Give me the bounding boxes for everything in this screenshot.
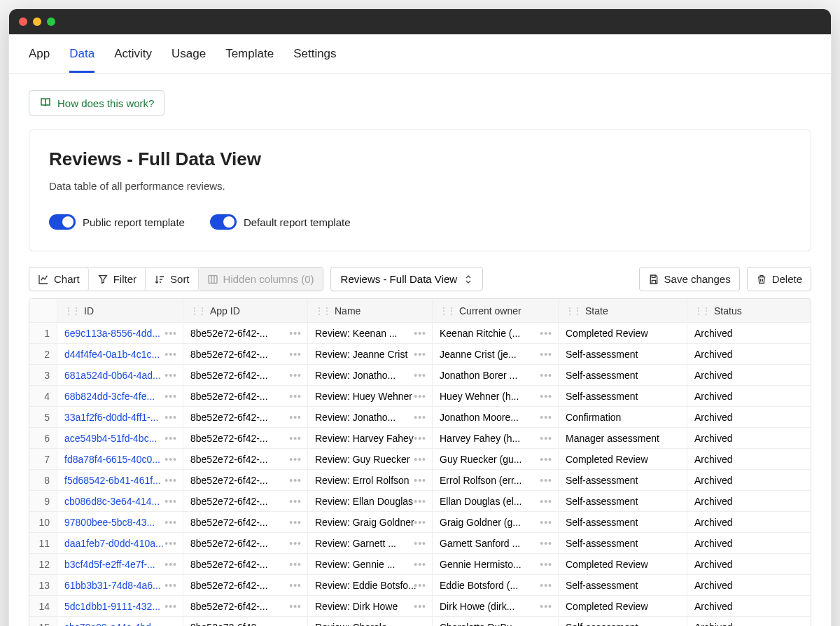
table-row[interactable]: 1361bb3b31-74d8-4a6...•••8be52e72-6f42-.… <box>29 575 811 596</box>
cell-menu-icon[interactable]: ••• <box>540 454 552 465</box>
name-cell[interactable]: Review: Keenan ...••• <box>308 323 433 343</box>
cell-menu-icon[interactable]: ••• <box>164 559 177 570</box>
table-row[interactable]: 12b3cf4d5f-e2ff-4e7f-...•••8be52e72-6f42… <box>29 554 811 575</box>
tab-usage[interactable]: Usage <box>172 47 206 73</box>
cell-menu-icon[interactable]: ••• <box>289 496 302 507</box>
cell-menu-icon[interactable]: ••• <box>289 475 302 486</box>
sort-button[interactable]: Sort <box>146 267 199 291</box>
owner-cell[interactable]: Jeanne Crist (je...••• <box>433 344 559 364</box>
cell-menu-icon[interactable]: ••• <box>414 328 426 339</box>
cell-menu-icon[interactable]: ••• <box>540 622 552 626</box>
drag-handle-icon[interactable]: ⋮⋮ <box>315 306 330 316</box>
cell-menu-icon[interactable]: ••• <box>289 349 302 360</box>
id-cell[interactable]: 5dc1dbb1-9111-432...••• <box>57 596 183 616</box>
cell-menu-icon[interactable]: ••• <box>289 622 302 626</box>
id-cell[interactable]: cbc70e99-e44c-4bd...••• <box>57 617 183 626</box>
appid-cell[interactable]: 8be52e72-6f42-...••• <box>183 596 308 616</box>
minimize-window-button[interactable] <box>33 18 41 26</box>
maximize-window-button[interactable] <box>47 18 55 26</box>
cell-menu-icon[interactable]: ••• <box>164 412 177 423</box>
cell-menu-icon[interactable]: ••• <box>414 496 426 507</box>
name-cell[interactable]: Review: Dirk Howe••• <box>308 596 433 616</box>
column-header[interactable]: ⋮⋮State <box>559 299 687 322</box>
name-cell[interactable]: Review: Jonatho...••• <box>308 407 433 427</box>
cell-menu-icon[interactable]: ••• <box>289 517 302 528</box>
cell-menu-icon[interactable]: ••• <box>540 517 552 528</box>
view-selector[interactable]: Reviews - Full Data View <box>330 267 483 291</box>
cell-menu-icon[interactable]: ••• <box>414 475 426 486</box>
cell-menu-icon[interactable]: ••• <box>289 580 302 591</box>
cell-menu-icon[interactable]: ••• <box>540 391 552 402</box>
name-cell[interactable]: Review: Errol Rolfson••• <box>308 470 433 490</box>
cell-menu-icon[interactable]: ••• <box>164 601 177 612</box>
table-row[interactable]: 145dc1dbb1-9111-432...•••8be52e72-6f42-.… <box>29 596 811 617</box>
appid-cell[interactable]: 8be52e72-6f42-...••• <box>183 449 308 469</box>
table-row[interactable]: 15cbc70e99-e44c-4bd...•••8be52e72-6f42-.… <box>29 617 811 626</box>
owner-cell[interactable]: Errol Rolfson (err...••• <box>433 470 559 490</box>
owner-cell[interactable]: Garnett Sanford ...••• <box>433 533 559 553</box>
default-report-template-toggle[interactable] <box>210 214 237 230</box>
id-cell[interactable]: 68b824dd-3cfe-4fe...••• <box>57 386 183 406</box>
table-row[interactable]: 6ace549b4-51fd-4bc...•••8be52e72-6f42-..… <box>29 428 811 449</box>
tab-app[interactable]: App <box>29 47 50 73</box>
owner-cell[interactable]: Eddie Botsford (...••• <box>433 575 559 595</box>
id-cell[interactable]: b3cf4d5f-e2ff-4e7f-...••• <box>57 554 183 574</box>
table-row[interactable]: 9cb086d8c-3e64-414...•••8be52e72-6f42-..… <box>29 491 811 512</box>
table-row[interactable]: 3681a524d-0b64-4ad...•••8be52e72-6f42-..… <box>29 365 811 386</box>
id-cell[interactable]: 6e9c113a-8556-4dd...••• <box>57 323 183 343</box>
cell-menu-icon[interactable]: ••• <box>414 412 426 423</box>
name-cell[interactable]: Review: Charole...••• <box>308 617 433 626</box>
appid-cell[interactable]: 8be52e72-6f42-...••• <box>183 533 308 553</box>
id-cell[interactable]: 33a1f2f6-d0dd-4ff1-...••• <box>57 407 183 427</box>
appid-cell[interactable]: 8be52e72-6f42-...••• <box>183 386 308 406</box>
cell-menu-icon[interactable]: ••• <box>289 370 302 381</box>
cell-menu-icon[interactable]: ••• <box>414 391 426 402</box>
column-header[interactable]: ⋮⋮Name <box>308 299 433 322</box>
appid-cell[interactable]: 8be52e72-6f42-...••• <box>183 323 308 343</box>
appid-cell[interactable]: 8be52e72-6f42-...••• <box>183 617 308 626</box>
id-cell[interactable]: 97800bee-5bc8-43...••• <box>57 512 183 532</box>
id-cell[interactable]: 61bb3b31-74d8-4a6...••• <box>57 575 183 595</box>
cell-menu-icon[interactable]: ••• <box>414 538 426 549</box>
cell-menu-icon[interactable]: ••• <box>289 433 302 444</box>
cell-menu-icon[interactable]: ••• <box>164 349 177 360</box>
owner-cell[interactable]: Guy Ruecker (gu...••• <box>433 449 559 469</box>
id-cell[interactable]: ace549b4-51fd-4bc...••• <box>57 428 183 448</box>
owner-cell[interactable]: Ellan Douglas (el...••• <box>433 491 559 511</box>
column-header[interactable]: ⋮⋮App ID <box>183 299 308 322</box>
table-row[interactable]: 2d44f4fe4-0a1b-4c1c...•••8be52e72-6f42-.… <box>29 344 811 365</box>
appid-cell[interactable]: 8be52e72-6f42-...••• <box>183 428 308 448</box>
cell-menu-icon[interactable]: ••• <box>540 370 552 381</box>
cell-menu-icon[interactable]: ••• <box>414 559 426 570</box>
column-header[interactable]: ⋮⋮Current owner <box>433 299 559 322</box>
name-cell[interactable]: Review: Guy Ruecker••• <box>308 449 433 469</box>
cell-menu-icon[interactable]: ••• <box>414 454 426 465</box>
table-row[interactable]: 1097800bee-5bc8-43...•••8be52e72-6f42-..… <box>29 512 811 533</box>
tab-settings[interactable]: Settings <box>293 47 336 73</box>
appid-cell[interactable]: 8be52e72-6f42-...••• <box>183 344 308 364</box>
table-row[interactable]: 11daa1feb7-d0dd-410a...•••8be52e72-6f42-… <box>29 533 811 554</box>
cell-menu-icon[interactable]: ••• <box>540 559 552 570</box>
name-cell[interactable]: Review: Ellan Douglas••• <box>308 491 433 511</box>
appid-cell[interactable]: 8be52e72-6f42-...••• <box>183 470 308 490</box>
appid-cell[interactable]: 8be52e72-6f42-...••• <box>183 365 308 385</box>
id-cell[interactable]: 681a524d-0b64-4ad...••• <box>57 365 183 385</box>
cell-menu-icon[interactable]: ••• <box>164 517 177 528</box>
close-window-button[interactable] <box>19 18 27 26</box>
hidden-columns-button[interactable]: Hidden columns (0) <box>199 267 323 291</box>
cell-menu-icon[interactable]: ••• <box>414 601 426 612</box>
cell-menu-icon[interactable]: ••• <box>414 349 426 360</box>
name-cell[interactable]: Review: Graig Goldner••• <box>308 512 433 532</box>
tab-template[interactable]: Template <box>225 47 274 73</box>
table-row[interactable]: 533a1f2f6-d0dd-4ff1-...•••8be52e72-6f42-… <box>29 407 811 428</box>
owner-cell[interactable]: Charolette DuBu...••• <box>433 617 559 626</box>
cell-menu-icon[interactable]: ••• <box>289 601 302 612</box>
cell-menu-icon[interactable]: ••• <box>540 328 552 339</box>
save-changes-button[interactable]: Save changes <box>639 267 740 291</box>
owner-cell[interactable]: Dirk Howe (dirk...••• <box>433 596 559 616</box>
drag-handle-icon[interactable]: ⋮⋮ <box>64 306 80 316</box>
owner-cell[interactable]: Keenan Ritchie (...••• <box>433 323 559 343</box>
table-row[interactable]: 8f5d68542-6b41-461f...•••8be52e72-6f42-.… <box>29 470 811 491</box>
name-cell[interactable]: Review: Jeanne Crist••• <box>308 344 433 364</box>
cell-menu-icon[interactable]: ••• <box>289 391 302 402</box>
